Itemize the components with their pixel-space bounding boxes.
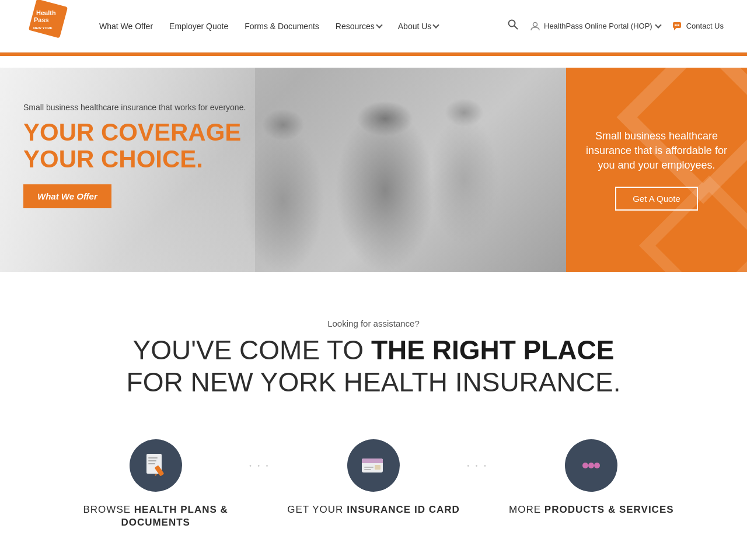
nav-forms-documents[interactable]: Forms & Documents — [245, 22, 319, 31]
nav-about-us[interactable]: About Us — [398, 22, 439, 31]
get-quote-button[interactable]: Get A Quote — [615, 187, 698, 211]
svg-rect-14 — [148, 457, 158, 459]
portal-button[interactable]: HealthPass Online Portal (HOP) — [530, 21, 661, 32]
resources-chevron-icon — [376, 22, 382, 28]
insurance-card-icon-circle — [347, 439, 400, 492]
main-nav: What We Offer Employer Quote Forms & Doc… — [99, 22, 508, 31]
svg-point-12 — [678, 24, 679, 25]
svg-marker-9 — [674, 28, 676, 30]
browse-plans-item[interactable]: BROWSE HEALTH PLANS & DOCUMENTS — [47, 439, 264, 529]
svg-rect-23 — [364, 469, 371, 470]
nav-what-we-offer[interactable]: What We Offer — [99, 22, 153, 31]
assistance-section: Looking for assistance? YOU'VE COME TO T… — [0, 284, 747, 410]
more-dots-icon — [576, 450, 606, 481]
browse-plans-icon-circle — [130, 439, 182, 492]
svg-text:Pass: Pass — [34, 16, 49, 23]
svg-rect-22 — [364, 467, 374, 468]
svg-rect-24 — [375, 465, 381, 470]
more-products-icon-circle — [565, 439, 617, 492]
search-button[interactable] — [508, 19, 518, 33]
svg-point-10 — [674, 24, 675, 25]
svg-point-7 — [533, 22, 537, 26]
document-pencil-icon — [141, 450, 171, 481]
svg-line-6 — [514, 26, 518, 29]
hero-cta-button[interactable]: What We Offer — [23, 184, 111, 208]
site-header: Health Pass ™ NEW YORK What We Offer Emp… — [0, 0, 747, 52]
chat-icon — [672, 21, 683, 32]
hero-right-text: Small business healthcare insurance that… — [584, 129, 729, 173]
hero-section: Small business healthcare insurance that… — [0, 68, 747, 272]
contact-button[interactable]: Contact Us — [672, 21, 724, 32]
icons-row: BROWSE HEALTH PLANS & DOCUMENTS GET YOUR… — [0, 410, 747, 552]
nav-employer-quote[interactable]: Employer Quote — [169, 22, 228, 31]
hero-small-text: Small business healthcare insurance that… — [23, 103, 246, 112]
hero-text-block: Small business healthcare insurance that… — [23, 103, 246, 208]
right-place-heading: YOU'VE COME TO THE RIGHT PLACE FOR NEW Y… — [23, 334, 724, 398]
svg-rect-21 — [362, 461, 383, 463]
insurance-card-label: GET YOUR INSURANCE ID CARD — [287, 503, 460, 516]
svg-marker-18 — [155, 474, 157, 476]
nav-resources[interactable]: Resources — [336, 22, 382, 31]
hero-image: Small business healthcare insurance that… — [0, 68, 566, 272]
portal-chevron-icon — [655, 22, 661, 28]
search-icon — [508, 19, 518, 30]
hero-headline: YOUR COVERAGE YOUR CHOICE. — [23, 119, 246, 173]
looking-text: Looking for assistance? — [23, 318, 724, 328]
svg-point-26 — [588, 463, 594, 468]
logo[interactable]: Health Pass ™ NEW YORK — [23, 0, 76, 52]
about-chevron-icon — [433, 22, 439, 28]
more-products-item[interactable]: MORE PRODUCTS & SERVICES — [483, 439, 700, 516]
hero-right-panel: Small business healthcare insurance that… — [566, 68, 747, 272]
svg-text:™: ™ — [41, 11, 46, 16]
svg-text:NEW YORK: NEW YORK — [33, 26, 53, 30]
orange-accent-bar — [0, 52, 747, 56]
svg-point-5 — [509, 20, 515, 27]
user-icon — [530, 21, 540, 32]
svg-point-11 — [676, 24, 677, 25]
browse-plans-label: BROWSE HEALTH PLANS & DOCUMENTS — [58, 503, 253, 529]
insurance-card-icon — [358, 450, 389, 481]
insurance-card-item[interactable]: GET YOUR INSURANCE ID CARD — [264, 439, 482, 516]
svg-rect-16 — [148, 463, 155, 464]
more-products-label: MORE PRODUCTS & SERVICES — [509, 503, 674, 516]
header-right: HealthPass Online Portal (HOP) Contact U… — [508, 19, 724, 33]
svg-text:Health: Health — [36, 9, 56, 16]
svg-point-27 — [594, 463, 600, 468]
svg-point-25 — [582, 463, 588, 468]
svg-rect-15 — [148, 460, 156, 461]
